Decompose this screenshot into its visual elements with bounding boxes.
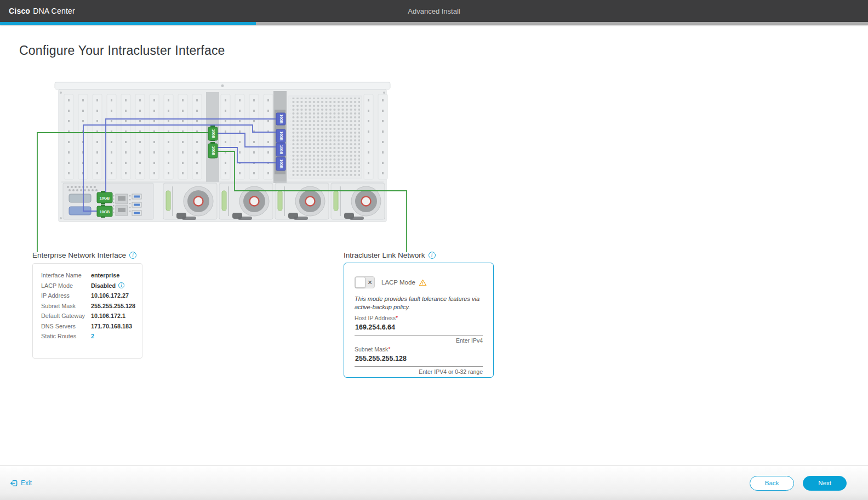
summary-row: Default Gateway10.106.172.1: [41, 312, 138, 319]
lacp-mode-note: This mode provides fault tolerance featu…: [355, 295, 485, 311]
row-value: 10.106.172.1: [91, 312, 125, 319]
row-label: Subnet Mask: [41, 303, 91, 309]
back-button[interactable]: Back: [750, 476, 795, 491]
warning-icon: [419, 279, 427, 286]
exit-button[interactable]: Exit: [10, 479, 32, 487]
lacp-row: × LACP Mode: [355, 276, 483, 288]
row-label: Interface Name: [41, 272, 91, 279]
server-rear-diagram: 10GB 10GB 10GB 10GB 10GB 10GB 10GB 10GB: [33, 81, 499, 258]
enterprise-section-title: Enterprise Network Interface: [32, 251, 126, 259]
summary-row: DNS Servers171.70.168.183: [41, 323, 138, 329]
static-routes-link[interactable]: 2: [91, 333, 94, 339]
field-helper: Enter IPv4: [355, 337, 483, 344]
page-title: Configure Your Intracluster Interface: [19, 43, 225, 58]
field-label: Subnet Mask*: [355, 346, 483, 353]
row-value: Disabledi: [91, 282, 124, 289]
row-label: IP Address: [41, 292, 91, 299]
row-value: 10.106.172.27: [91, 292, 129, 299]
wizard-title: Advanced Install: [0, 7, 868, 15]
row-label: LACP Mode: [41, 282, 91, 289]
usb-ports: [132, 194, 141, 215]
info-icon[interactable]: i: [118, 282, 124, 288]
row-value: 255.255.255.128: [91, 303, 135, 309]
summary-row: Interface Nameenterprise: [41, 272, 138, 279]
enterprise-summary-panel: Interface Nameenterprise LACP ModeDisabl…: [32, 263, 142, 359]
summary-row: IP Address10.106.172.27: [41, 292, 138, 299]
field-label: Host IP Address*: [355, 315, 483, 321]
intracluster-section-label: Intracluster Link Network i: [344, 251, 436, 259]
vga-port: [69, 194, 91, 202]
lacp-toggle[interactable]: ×: [355, 276, 375, 288]
port-label: 10GB: [279, 115, 283, 124]
port-label: 10GB: [279, 132, 283, 141]
enterprise-section-label: Enterprise Network Interface i: [32, 251, 136, 259]
row-label: Static Routes: [41, 333, 91, 339]
summary-row: Static Routes2: [41, 333, 138, 339]
progress-fill: [0, 22, 256, 25]
info-icon[interactable]: i: [429, 252, 436, 259]
intracluster-form-panel: × LACP Mode This mode provides fault tol…: [344, 263, 494, 378]
port-label: 10GB: [212, 146, 215, 156]
summary-row: Subnet Mask255.255.255.128: [41, 303, 138, 309]
next-button[interactable]: Next: [803, 476, 847, 491]
wizard-progress-track: [0, 22, 868, 25]
port-label: 10GB: [100, 210, 110, 214]
screen: CiscoDNA Center Advanced Install Configu…: [0, 0, 868, 500]
exit-label: Exit: [21, 479, 32, 487]
footer-actions: Back Next: [750, 476, 847, 491]
row-value: 171.70.168.183: [91, 323, 132, 329]
host-ip-input[interactable]: [355, 321, 483, 336]
top-nav-bar: CiscoDNA Center Advanced Install: [0, 0, 868, 22]
row-label: DNS Servers: [41, 323, 91, 329]
summary-row: LACP ModeDisabledi: [41, 282, 138, 289]
subnet-mask-input[interactable]: [355, 353, 483, 367]
toggle-off-icon: ×: [366, 277, 374, 287]
info-icon[interactable]: i: [129, 252, 136, 259]
row-value: enterprise: [91, 272, 119, 279]
exit-icon: [10, 479, 18, 487]
footer-bar: Exit Back Next: [0, 465, 868, 500]
port-label: 10GB: [279, 145, 283, 155]
field-helper: Enter IPV4 or 0-32 range: [355, 368, 483, 375]
port-label: 10GB: [279, 160, 283, 169]
cluster-port-badges: 10GB 10GB 10GB 10GB: [276, 113, 285, 171]
toggle-knob: [355, 277, 366, 288]
host-ip-field-group: Host IP Address* Enter IPv4: [355, 315, 483, 344]
port-label: 10GB: [100, 196, 110, 200]
intracluster-section-title: Intracluster Link Network: [344, 251, 425, 259]
subnet-mask-field-group: Subnet Mask* Enter IPV4 or 0-32 range: [355, 346, 483, 375]
row-label: Default Gateway: [41, 312, 91, 319]
lacp-label: LACP Mode: [381, 279, 427, 286]
port-label: 10GB: [212, 129, 215, 139]
